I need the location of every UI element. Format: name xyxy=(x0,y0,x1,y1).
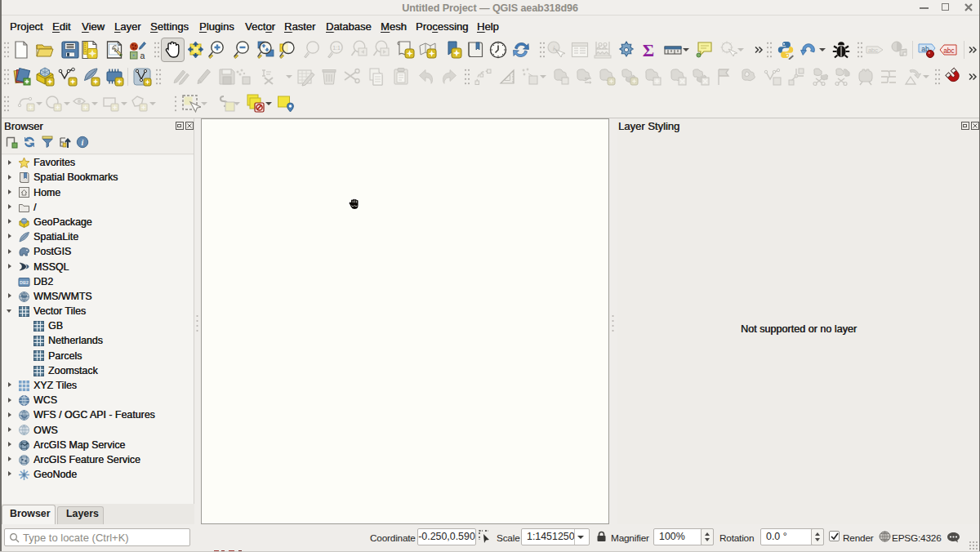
svg-text:abc: abc xyxy=(868,47,878,54)
svg-text:abc: abc xyxy=(943,47,955,55)
svg-text:a: a xyxy=(140,51,145,60)
svg-text:1:1: 1:1 xyxy=(332,45,341,51)
svg-text:DB2: DB2 xyxy=(20,280,29,285)
svg-text:i: i xyxy=(82,138,84,147)
svg-text:Σ: Σ xyxy=(643,40,654,60)
